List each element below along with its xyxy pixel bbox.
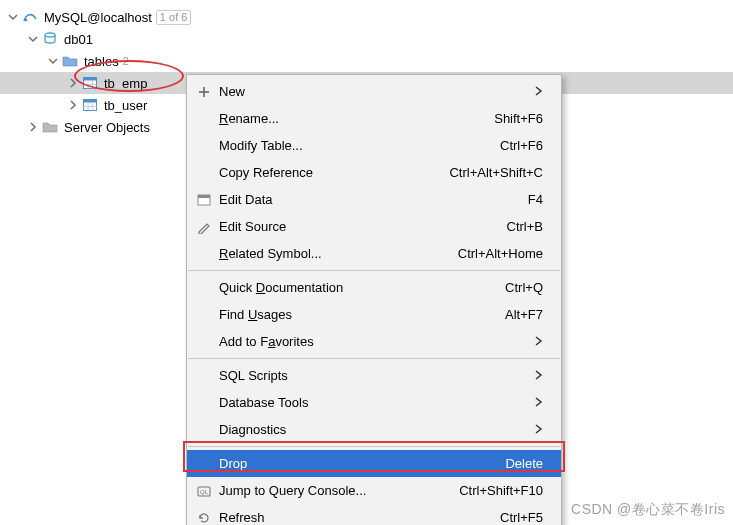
context-menu[interactable]: New Rename... Shift+F6 Modify Table... C…: [186, 74, 562, 525]
shortcut: Ctrl+Q: [505, 280, 543, 295]
menu-separator: [188, 446, 560, 447]
schema-icon: [42, 31, 58, 47]
menu-label: Find Usages: [215, 307, 505, 322]
menu-label: Rename...: [215, 111, 494, 126]
menu-item-related-symbol[interactable]: Related Symbol... Ctrl+Alt+Home: [187, 240, 561, 267]
node-label: tb_emp: [102, 76, 147, 91]
tree-node-schema[interactable]: db01: [0, 28, 733, 50]
console-icon: QL: [193, 484, 215, 498]
svg-point-1: [45, 33, 55, 37]
menu-label: SQL Scripts: [215, 368, 525, 383]
shortcut: F4: [528, 192, 543, 207]
chevron-down-icon: [6, 10, 20, 24]
mysql-icon: [22, 9, 38, 25]
watermark: CSDN @卷心菜不卷Iris: [571, 501, 725, 519]
tree-node-tables-folder[interactable]: tables 2: [0, 50, 733, 72]
folder-icon: [42, 119, 58, 135]
table-count: 2: [123, 55, 129, 67]
menu-label: Database Tools: [215, 395, 525, 410]
menu-item-quick-documentation[interactable]: Quick Documentation Ctrl+Q: [187, 274, 561, 301]
menu-item-new[interactable]: New: [187, 78, 561, 105]
svg-text:QL: QL: [200, 489, 209, 495]
menu-item-database-tools[interactable]: Database Tools: [187, 389, 561, 416]
menu-label: New: [215, 84, 525, 99]
shortcut: Ctrl+Alt+Home: [458, 246, 543, 261]
datasource-badge: 1 of 6: [156, 10, 192, 25]
menu-item-modify-table[interactable]: Modify Table... Ctrl+F6: [187, 132, 561, 159]
svg-point-0: [25, 19, 28, 22]
menu-item-drop[interactable]: Drop Delete: [187, 450, 561, 477]
node-label: tb_user: [102, 98, 147, 113]
tree-node-datasource[interactable]: MySQL@localhost 1 of 6: [0, 6, 733, 28]
chevron-right-icon: [66, 98, 80, 112]
svg-rect-8: [84, 100, 97, 103]
node-label: tables: [82, 54, 119, 69]
menu-label: Add to Favorites: [215, 334, 525, 349]
menu-item-add-to-favorites[interactable]: Add to Favorites: [187, 328, 561, 355]
submenu-arrow-icon: [535, 368, 543, 383]
menu-label: Edit Data: [215, 192, 528, 207]
chevron-right-icon: [26, 120, 40, 134]
pencil-icon: [193, 220, 215, 234]
shortcut: Ctrl+Alt+Shift+C: [449, 165, 543, 180]
submenu-arrow-icon: [535, 395, 543, 410]
menu-item-diagnostics[interactable]: Diagnostics: [187, 416, 561, 443]
menu-label: Drop: [215, 456, 505, 471]
menu-item-jump-to-query-console[interactable]: QL Jump to Query Console... Ctrl+Shift+F…: [187, 477, 561, 504]
shortcut: Ctrl+B: [507, 219, 543, 234]
menu-item-copy-reference[interactable]: Copy Reference Ctrl+Alt+Shift+C: [187, 159, 561, 186]
menu-label: Related Symbol...: [215, 246, 458, 261]
menu-label: Quick Documentation: [215, 280, 505, 295]
menu-label: Copy Reference: [215, 165, 449, 180]
menu-separator: [188, 270, 560, 271]
shortcut: Alt+F7: [505, 307, 543, 322]
menu-separator: [188, 358, 560, 359]
table-icon: [82, 97, 98, 113]
node-label: db01: [62, 32, 93, 47]
shortcut: Ctrl+F6: [500, 138, 543, 153]
table-icon: [193, 193, 215, 207]
plus-icon: [193, 85, 215, 99]
menu-item-rename[interactable]: Rename... Shift+F6: [187, 105, 561, 132]
menu-item-find-usages[interactable]: Find Usages Alt+F7: [187, 301, 561, 328]
folder-icon: [62, 53, 78, 69]
svg-rect-3: [84, 78, 97, 81]
chevron-down-icon: [46, 54, 60, 68]
menu-item-sql-scripts[interactable]: SQL Scripts: [187, 362, 561, 389]
submenu-arrow-icon: [535, 84, 543, 99]
table-icon: [82, 75, 98, 91]
submenu-arrow-icon: [535, 334, 543, 349]
shortcut: Ctrl+F5: [500, 510, 543, 525]
menu-label: Jump to Query Console...: [215, 483, 459, 498]
node-label: MySQL@localhost: [42, 10, 152, 25]
shortcut: Delete: [505, 456, 543, 471]
menu-label: Edit Source: [215, 219, 507, 234]
menu-item-refresh[interactable]: Refresh Ctrl+F5: [187, 504, 561, 525]
refresh-icon: [193, 511, 215, 525]
menu-label: Diagnostics: [215, 422, 525, 437]
menu-item-edit-data[interactable]: Edit Data F4: [187, 186, 561, 213]
shortcut: Ctrl+Shift+F10: [459, 483, 543, 498]
chevron-down-icon: [26, 32, 40, 46]
svg-rect-15: [198, 195, 210, 198]
submenu-arrow-icon: [535, 422, 543, 437]
menu-item-edit-source[interactable]: Edit Source Ctrl+B: [187, 213, 561, 240]
chevron-right-icon: [66, 76, 80, 90]
menu-label: Modify Table...: [215, 138, 500, 153]
menu-label: Refresh: [215, 510, 500, 525]
shortcut: Shift+F6: [494, 111, 543, 126]
node-label: Server Objects: [62, 120, 150, 135]
